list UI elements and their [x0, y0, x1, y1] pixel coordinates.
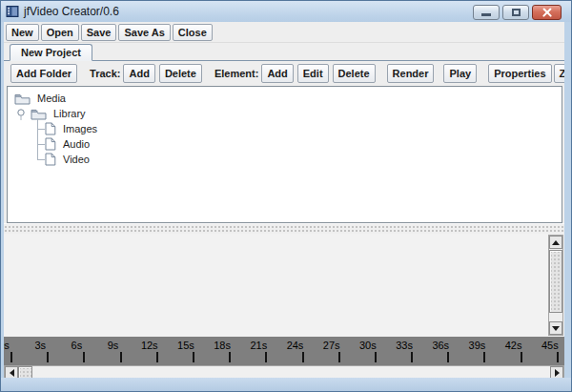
vertical-scrollbar-thumb[interactable] — [549, 250, 562, 313]
tree-node[interactable]: Video — [8, 152, 562, 167]
arrow-down-icon — [552, 326, 560, 331]
tree-connector-line — [37, 119, 38, 159]
tree-node[interactable]: Media — [8, 91, 562, 106]
tree-connector-line — [37, 129, 45, 130]
ruler-tick-mark — [156, 352, 158, 362]
titlebar[interactable]: jfVideo Creator/0.6 — [1, 1, 571, 22]
close-button[interactable] — [532, 5, 562, 20]
element-button[interactable]: Edit — [297, 64, 329, 83]
window-controls — [473, 5, 562, 20]
split-divider[interactable] — [4, 223, 564, 234]
action-button[interactable]: Play — [443, 64, 477, 83]
film-app-icon — [6, 5, 19, 18]
minimize-icon — [481, 13, 491, 16]
tab-new-project[interactable]: New Project — [10, 44, 92, 61]
action-button[interactable]: Zoom- — [554, 64, 564, 83]
tree-node-label: Library — [51, 108, 88, 119]
ruler-tick-label: 0s — [4, 340, 10, 351]
ruler-tick-mark — [521, 352, 522, 362]
file-toolbar-button[interactable]: New — [6, 24, 39, 41]
ruler-tick-label: 39s — [469, 340, 486, 351]
arrow-left-icon — [10, 369, 14, 377]
action-button-group: RenderPlayPropertiesZoom-Zoom+ — [387, 64, 564, 83]
action-button[interactable]: Render — [387, 64, 435, 83]
ruler-tick-label: 30s — [359, 340, 377, 351]
add-folder-button[interactable]: Add Folder — [10, 64, 77, 83]
ruler-tick-mark — [193, 352, 194, 362]
track-label: Track: — [90, 68, 120, 79]
file-toolbar-button[interactable]: Open — [41, 24, 79, 41]
element-button[interactable]: Add — [261, 64, 293, 83]
element-label: Element: — [214, 68, 258, 79]
action-button[interactable]: Properties — [488, 64, 551, 83]
ruler-tick-label: 18s — [214, 340, 231, 351]
file-icon — [45, 122, 56, 135]
scroll-up-button[interactable] — [549, 236, 562, 249]
ruler-tick-mark — [10, 352, 12, 362]
ruler-tick-label: 42s — [505, 340, 522, 351]
file-toolbar-button[interactable]: Save — [81, 24, 117, 41]
ruler-segment: 45s — [550, 337, 564, 365]
ruler-tick-label: 12s — [141, 340, 158, 351]
close-icon — [541, 8, 553, 17]
ruler-tick-mark — [47, 352, 49, 362]
maximize-button[interactable] — [502, 5, 529, 20]
timeline-tracks-panel[interactable] — [4, 234, 564, 337]
ruler-tick-mark — [447, 352, 449, 362]
project-tab-content: Add Folder Track: AddDelete Element: Add… — [4, 61, 564, 380]
vertical-scrollbar[interactable] — [548, 235, 563, 336]
file-icon — [45, 137, 56, 151]
tree-expand-handle[interactable] — [14, 106, 31, 121]
tree-node-label: Images — [61, 123, 99, 134]
ruler-tick-label: 36s — [432, 340, 449, 351]
ruler-tick-mark — [265, 352, 267, 362]
track-button-group: AddDelete — [123, 64, 201, 83]
ruler-tick-mark — [557, 352, 559, 362]
ruler-tick-mark — [375, 352, 377, 362]
tree-node[interactable]: Library — [8, 106, 562, 121]
element-button[interactable]: Delete — [333, 64, 376, 83]
arrow-up-icon — [552, 240, 560, 245]
track-button[interactable]: Delete — [159, 64, 202, 83]
tree-connector-line — [37, 144, 45, 145]
tree-connector-line — [37, 159, 45, 160]
file-toolbar: NewOpenSaveSave AsClose — [4, 22, 564, 43]
timeline-ruler[interactable]: 0s 3s 6s 9s — [4, 337, 564, 365]
ruler-tick-label: 15s — [177, 340, 194, 351]
tree-node[interactable]: Images — [8, 121, 562, 136]
ruler-tick-mark — [411, 352, 413, 362]
tree-node-label: Media — [35, 93, 68, 104]
arrow-right-icon — [555, 369, 560, 377]
minimize-button[interactable] — [473, 5, 500, 20]
ruler-tick-label: 3s — [34, 340, 46, 351]
media-tree: Media — [7, 86, 562, 223]
folder-icon — [31, 108, 47, 120]
file-toolbar-button[interactable]: Close — [173, 24, 213, 41]
ruler-tick-label: 33s — [396, 340, 413, 351]
ruler-tick-label: 9s — [108, 340, 119, 351]
tree-node-label: Audio — [61, 138, 92, 150]
tree-node-label: Video — [61, 154, 92, 165]
window-content: NewOpenSaveSave AsClose New Project Add … — [4, 22, 564, 380]
window-bottom-frame — [1, 378, 571, 391]
ruler-tick-label: 27s — [323, 340, 340, 351]
ruler-tick-mark — [83, 352, 85, 362]
ruler-tick-mark — [302, 352, 304, 362]
ruler-tick-label: 24s — [287, 340, 304, 351]
file-toolbar-button[interactable]: Save As — [118, 24, 170, 41]
tree-node[interactable]: Audio — [8, 136, 562, 152]
window-title: jfVideo Creator/0.6 — [24, 5, 119, 18]
project-tab-bar: New Project — [4, 43, 564, 61]
maximize-icon — [512, 9, 521, 16]
ruler-tick-mark — [483, 352, 485, 362]
folder-icon — [14, 93, 31, 105]
track-button[interactable]: Add — [123, 64, 154, 83]
ruler-tick-label: 21s — [250, 340, 267, 351]
file-icon — [45, 153, 56, 166]
tree-node-list: Media — [8, 91, 562, 167]
ruler-tick-mark — [338, 352, 340, 362]
element-button-group: AddEditDelete — [261, 64, 375, 83]
scroll-down-button[interactable] — [549, 321, 562, 335]
ruler-tick-mark — [229, 352, 231, 362]
ruler-tick-label: 45s — [541, 340, 559, 351]
